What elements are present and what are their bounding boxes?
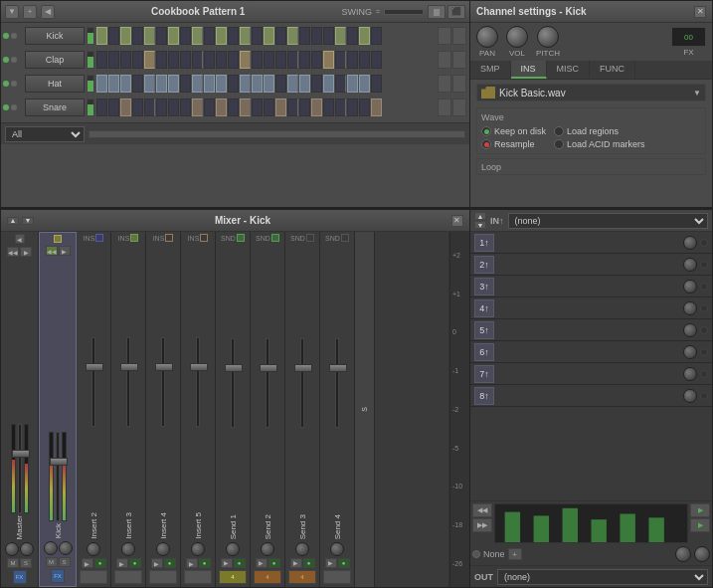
mixer-scroll-up[interactable]: ▲ (7, 217, 19, 225)
pad[interactable] (335, 51, 346, 69)
kick-channel-label[interactable]: Kick (54, 523, 63, 538)
kick-fader[interactable] (56, 432, 60, 521)
send3-play[interactable]: ▶ (290, 558, 302, 568)
master-ctrl-1[interactable]: ◀◀ (7, 247, 19, 257)
load-acid-option[interactable]: Load ACID markers (554, 139, 645, 149)
load-regions-radio[interactable] (554, 126, 564, 136)
ins5-led[interactable]: ● (199, 558, 211, 568)
pad[interactable] (96, 75, 107, 93)
send-knob-5[interactable] (683, 323, 697, 337)
ins5-indicator[interactable] (200, 234, 208, 242)
send-knob-2[interactable] (683, 258, 697, 272)
send-knob-8[interactable] (683, 389, 697, 403)
kick-led[interactable] (3, 33, 9, 39)
pad[interactable] (204, 75, 215, 93)
pad[interactable] (240, 75, 251, 93)
send-num-3[interactable]: 3↑ (474, 278, 494, 295)
pad[interactable] (192, 98, 203, 116)
pad[interactable] (216, 98, 227, 116)
ins3-fader[interactable] (126, 337, 130, 427)
send2-knob[interactable] (261, 542, 274, 556)
pad[interactable] (240, 98, 251, 116)
send-num-7[interactable]: 7↑ (474, 365, 494, 383)
pad[interactable] (311, 27, 322, 45)
pattern-view-btn-1[interactable]: ||| (428, 5, 446, 19)
master-ctrl-2[interactable]: ▶ (20, 247, 32, 257)
pad[interactable] (323, 75, 334, 93)
pad[interactable] (371, 98, 382, 116)
pad[interactable] (264, 75, 274, 93)
pad[interactable] (108, 75, 119, 93)
send1-play[interactable]: ▶ (221, 558, 233, 568)
rp-send-knob[interactable] (675, 546, 691, 562)
kick-ctrl-2[interactable]: ▶ (59, 246, 71, 256)
send2-label[interactable]: Send 2 (264, 514, 272, 539)
pad[interactable] (120, 75, 131, 93)
send3-fader-handle[interactable] (294, 364, 312, 372)
ins4-indicator[interactable] (165, 234, 173, 242)
kick-pan-knob[interactable] (44, 541, 58, 555)
rp-btn-a[interactable]: ▶ (690, 503, 710, 517)
pad[interactable] (120, 98, 131, 116)
pad[interactable] (323, 27, 334, 45)
send-num-4[interactable]: 4↑ (474, 299, 494, 317)
resample-option[interactable]: Resample (481, 139, 546, 149)
pad[interactable] (96, 51, 107, 69)
pad[interactable] (287, 98, 298, 116)
pad[interactable] (311, 51, 322, 69)
send-num-1[interactable]: 1↑ (474, 234, 494, 252)
ins2-bot[interactable] (80, 570, 107, 584)
pad[interactable] (311, 98, 322, 116)
snare-mute[interactable] (11, 104, 17, 110)
pad[interactable] (108, 27, 119, 45)
ins3-led[interactable]: ● (129, 558, 141, 568)
send2-play[interactable]: ▶ (256, 558, 267, 568)
send-led-3[interactable] (700, 283, 708, 291)
pad[interactable] (359, 98, 370, 116)
ins3-bot[interactable] (114, 570, 142, 584)
pad[interactable] (275, 27, 286, 45)
send3-fader[interactable] (300, 338, 304, 428)
pad[interactable] (156, 27, 167, 45)
send-knob-6[interactable] (683, 345, 697, 359)
pad[interactable] (168, 27, 179, 45)
send4-label[interactable]: Send 4 (333, 514, 342, 539)
ins2-fader-handle[interactable] (86, 363, 103, 371)
pattern-down-btn[interactable]: ▼ (5, 5, 19, 19)
kick-ctrl-1[interactable]: ◀◀ (46, 246, 58, 256)
hat-name-btn[interactable]: Hat (25, 75, 85, 93)
pad[interactable] (144, 51, 155, 69)
master-solo[interactable]: S (20, 558, 32, 568)
send-led-5[interactable] (700, 326, 708, 334)
vol-knob[interactable] (506, 26, 528, 48)
pad[interactable] (192, 75, 203, 93)
master-fader[interactable] (18, 424, 22, 513)
send-led-1[interactable] (700, 239, 708, 247)
ins5-label[interactable]: Insert 5 (194, 512, 203, 539)
pad[interactable] (299, 98, 310, 116)
ins4-label[interactable]: Insert 4 (159, 512, 168, 539)
pad[interactable] (347, 98, 358, 116)
ins4-fader[interactable] (161, 337, 165, 427)
send4-knob[interactable] (330, 542, 344, 556)
pad[interactable] (347, 51, 358, 69)
pad[interactable] (180, 27, 191, 45)
pattern-nav-btn[interactable]: ◀ (41, 5, 55, 19)
pad[interactable] (132, 75, 143, 93)
pad[interactable] (216, 27, 227, 45)
send3-bot[interactable]: 4 (288, 570, 316, 584)
load-regions-option[interactable]: Load regions (554, 126, 645, 136)
pad[interactable] (347, 75, 358, 93)
hat-extra-1[interactable] (438, 75, 451, 93)
send3-led[interactable]: ● (303, 558, 315, 568)
pad[interactable] (108, 98, 119, 116)
pad[interactable] (204, 27, 215, 45)
mixer-close[interactable]: ✕ (451, 215, 463, 227)
rp-btn-prev[interactable]: ◀◀ (472, 503, 492, 517)
pad[interactable] (168, 98, 179, 116)
pad[interactable] (192, 51, 203, 69)
pad[interactable] (240, 27, 251, 45)
send-led-4[interactable] (700, 304, 708, 312)
pad[interactable] (108, 51, 119, 69)
pad[interactable] (323, 51, 334, 69)
